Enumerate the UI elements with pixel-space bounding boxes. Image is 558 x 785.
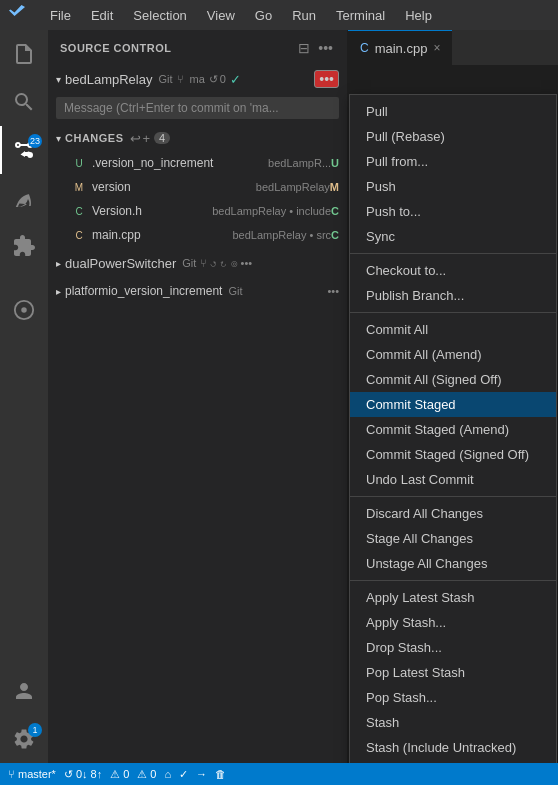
activity-source-control[interactable]: 23 — [0, 126, 48, 174]
warning-icon: ⚠ — [137, 768, 147, 781]
activity-bar: 23 — [0, 30, 48, 763]
menu-item-stash-include-untracked[interactable]: Stash (Include Untracked) — [350, 735, 556, 760]
menu-item-push[interactable]: Push — [350, 174, 556, 199]
menu-item-commit-staged-amend[interactable]: Commit Staged (Amend) — [350, 417, 556, 442]
sync-count: 0 — [220, 73, 226, 85]
file-path: bedLampRelay • include — [212, 205, 331, 217]
activity-extensions[interactable] — [0, 222, 48, 270]
activity-settings[interactable]: 1 — [0, 715, 48, 763]
sidebar-header-actions: ⊟ ••• — [296, 38, 335, 58]
file-badge: M — [330, 181, 339, 193]
changes-header[interactable]: ▾ Changes ↩ + 4 — [48, 125, 347, 151]
status-branch[interactable]: ⑂ master* — [8, 768, 56, 780]
commit-message-input[interactable] — [56, 97, 339, 119]
file-path: bedLampRelay — [256, 181, 330, 193]
status-warnings[interactable]: ⚠ 0 — [137, 768, 156, 781]
file-row-version-no-increment[interactable]: U .version_no_increment bedLampR... U — [48, 151, 347, 175]
status-errors[interactable]: ⚠ 0 — [110, 768, 129, 781]
editor-tab-main-cpp[interactable]: C main.cpp × — [348, 30, 452, 65]
tab-close-icon[interactable]: × — [433, 41, 440, 55]
status-home[interactable]: ⌂ — [164, 768, 171, 780]
branch-icon: ⑂ — [177, 73, 184, 85]
sidebar-more-icon[interactable]: ••• — [316, 38, 335, 58]
menu-edit[interactable]: Edit — [83, 6, 121, 25]
file-status-icon: M — [72, 182, 86, 193]
menu-item-commit-all-amend[interactable]: Commit All (Amend) — [350, 342, 556, 367]
menu-item-pop-stash[interactable]: Pop Stash... — [350, 685, 556, 710]
menu-item-push-to[interactable]: Push to... — [350, 199, 556, 224]
menu-separator-1 — [350, 253, 556, 254]
menu-item-stash[interactable]: Stash — [350, 710, 556, 735]
menu-item-checkout-to[interactable]: Checkout to... — [350, 258, 556, 283]
file-name: .version_no_increment — [92, 156, 264, 170]
activity-explorer[interactable] — [0, 30, 48, 78]
tab-filename: main.cpp — [375, 41, 428, 56]
menu-item-sync[interactable]: Sync — [350, 224, 556, 249]
menu-item-pull-rebase[interactable]: Pull (Rebase) — [350, 124, 556, 149]
menu-item-stage-all[interactable]: Stage All Changes — [350, 526, 556, 551]
changes-count: 4 — [154, 132, 170, 144]
activity-account[interactable] — [0, 667, 48, 715]
commit-input-row — [48, 93, 347, 123]
repo-name: dualPowerSwitcher — [65, 256, 176, 271]
menu-item-drop-stash[interactable]: Drop Stash... — [350, 635, 556, 660]
repo-row-bedlamprelay[interactable]: ▾ bedLampRelay Git ⑂ ma ↺ 0 ✓ ••• — [48, 65, 347, 93]
sidebar-collapse-icon[interactable]: ⊟ — [296, 38, 312, 58]
repo-git-tag: Git — [228, 285, 242, 297]
menu-item-commit-staged[interactable]: Commit Staged — [350, 392, 556, 417]
error-icon: ⚠ — [110, 768, 120, 781]
menu-item-apply-latest-stash[interactable]: Apply Latest Stash — [350, 585, 556, 610]
repo-git-tag: Git — [182, 257, 196, 269]
changes-section: ▾ Changes ↩ + 4 U .version_no_increment … — [48, 123, 347, 249]
discard-all-icon[interactable]: ↩ — [130, 131, 141, 146]
file-name: version — [92, 180, 252, 194]
context-menu: Pull Pull (Rebase) Pull from... Push Pus… — [349, 94, 557, 763]
file-row-version-h[interactable]: C Version.h bedLampRelay • include C — [48, 199, 347, 223]
status-trash[interactable]: 🗑 — [215, 768, 226, 780]
repo-row-platformio[interactable]: ▸ platformio_version_increment Git ••• — [48, 277, 347, 305]
menu-selection[interactable]: Selection — [125, 6, 194, 25]
file-row-version[interactable]: M version bedLampRelay M — [48, 175, 347, 199]
menu-item-discard-all[interactable]: Discard All Changes — [350, 501, 556, 526]
error-count: 0 — [123, 768, 129, 780]
status-check[interactable]: ✓ — [179, 768, 188, 781]
menu-item-publish-branch[interactable]: Publish Branch... — [350, 283, 556, 308]
file-path: bedLampRelay • src — [232, 229, 331, 241]
chevron-right-icon: ▸ — [56, 286, 61, 297]
activity-bar-bottom: 1 — [0, 667, 48, 763]
menu-item-pull-from[interactable]: Pull from... — [350, 149, 556, 174]
menu-help[interactable]: Help — [397, 6, 440, 25]
menu-terminal[interactable]: Terminal — [328, 6, 393, 25]
menu-item-pop-latest-stash[interactable]: Pop Latest Stash — [350, 660, 556, 685]
status-sync[interactable]: ↺ 0↓ 8↑ — [64, 768, 102, 781]
activity-run[interactable] — [0, 174, 48, 222]
branch-status-icon: ⑂ — [8, 768, 15, 780]
menu-item-unstage-all[interactable]: Unstage All Changes — [350, 551, 556, 576]
sidebar: SOURCE CONTROL ⊟ ••• ▾ bedLampRelay Git … — [48, 30, 348, 763]
activity-git[interactable] — [0, 286, 48, 334]
menu-file[interactable]: File — [42, 6, 79, 25]
changes-chevron-icon: ▾ — [56, 133, 61, 144]
menu-item-commit-staged-signed[interactable]: Commit Staged (Signed Off) — [350, 442, 556, 467]
source-control-badge: 23 — [28, 134, 42, 148]
status-arrow[interactable]: → — [196, 768, 207, 780]
menu-item-commit-all-signed[interactable]: Commit All (Signed Off) — [350, 367, 556, 392]
menu-run[interactable]: Run — [284, 6, 324, 25]
menu-go[interactable]: Go — [247, 6, 280, 25]
file-row-main-cpp[interactable]: C main.cpp bedLampRelay • src C — [48, 223, 347, 247]
svg-point-1 — [21, 307, 27, 313]
repo-more-button[interactable]: ••• — [314, 70, 339, 88]
sync-icon: ↺ — [209, 73, 218, 86]
menu-item-undo-last-commit[interactable]: Undo Last Commit — [350, 467, 556, 492]
menu-view[interactable]: View — [199, 6, 243, 25]
menu-item-pull[interactable]: Pull — [350, 99, 556, 124]
menu-item-apply-stash[interactable]: Apply Stash... — [350, 610, 556, 635]
branch-status-text: master* — [18, 768, 56, 780]
activity-search[interactable] — [0, 78, 48, 126]
vscode-logo-icon — [8, 4, 26, 26]
menu-item-commit-all[interactable]: Commit All — [350, 317, 556, 342]
status-bar: ⑂ master* ↺ 0↓ 8↑ ⚠ 0 ⚠ 0 ⌂ ✓ → 🗑 — [0, 763, 558, 785]
stage-all-icon[interactable]: + — [143, 131, 151, 146]
repo-more-icon: ••• — [327, 285, 339, 297]
repo-row-dualpowerswitcher[interactable]: ▸ dualPowerSwitcher Git ⑂ ↺ ↻ ◎ ••• — [48, 249, 347, 277]
